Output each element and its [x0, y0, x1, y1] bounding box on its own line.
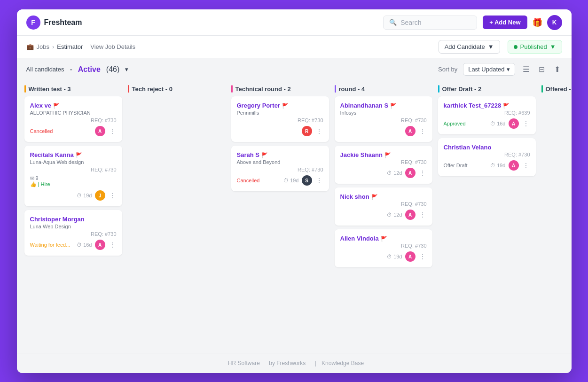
card[interactable]: Alex ve🚩ALLOPATHIC PHYSICIANREQ: #730Can…	[24, 96, 122, 142]
avatar[interactable]: K	[547, 15, 562, 30]
card-more-button[interactable]: ⋮	[522, 162, 530, 169]
card-meta: A⋮	[95, 126, 117, 136]
card[interactable]: Recitals Kanna🚩Luna-Aqua Web designREQ: …	[24, 146, 122, 206]
card-more-button[interactable]: ⋮	[522, 120, 530, 127]
card-name[interactable]: Nick shon	[340, 193, 369, 200]
card-avatar: A	[95, 126, 105, 136]
card[interactable]: Christoper MorganLuna Web DesignREQ: #73…	[24, 210, 122, 256]
card[interactable]: Jackie Shaann🚩REQ: #730⏱ 12dA⋮	[335, 146, 432, 184]
card[interactable]: Christian VelanoREQ: #730Offer Draft⏱ 19…	[438, 138, 536, 176]
card-more-button[interactable]: ⋮	[418, 211, 427, 218]
card-name-row: Christoper Morgan	[30, 216, 117, 224]
card-company: Infosys	[340, 110, 427, 116]
card-status: Waiting for feed...	[30, 242, 71, 248]
cards-list: Gregory Porter🚩PennmillsREQ: #730R⋮Sarah…	[231, 96, 329, 191]
gift-icon-button[interactable]: 🎁	[527, 15, 547, 31]
add-candidate-label: Add Candidate	[445, 43, 485, 50]
card[interactable]: Gregory Porter🚩PennmillsREQ: #730R⋮	[231, 96, 329, 142]
card-more-button[interactable]: ⋮	[108, 241, 117, 249]
logo-icon: F	[26, 16, 40, 30]
card-more-button[interactable]: ⋮	[315, 127, 323, 135]
column-header-offered: Offered - 0	[541, 80, 572, 96]
card-more-button[interactable]: ⋮	[418, 253, 427, 260]
card-name-row: Jackie Shaann🚩	[340, 151, 427, 159]
card-more-button[interactable]: ⋮	[418, 127, 427, 135]
card-name[interactable]: Allen Vindola	[340, 235, 379, 242]
card-more-button[interactable]: ⋮	[108, 127, 117, 135]
filter-button[interactable]: ⊟	[537, 63, 547, 76]
card-req: REQ: #730	[237, 167, 323, 172]
filter-dash: -	[70, 65, 72, 74]
cards-list: Alex ve🚩ALLOPATHIC PHYSICIANREQ: #730Can…	[24, 96, 122, 256]
card-time: ⏱ 16d	[490, 121, 505, 126]
card[interactable]: Sarah S🚩Above and BeyondREQ: #730Cancell…	[231, 146, 329, 191]
filter-dropdown-icon[interactable]: ▾	[125, 66, 128, 73]
sort-button[interactable]: Last Updated ▾	[463, 63, 515, 76]
flag-icon: 🚩	[282, 103, 289, 109]
card-time: ⏱ 12d	[387, 170, 402, 176]
flag-icon: 🚩	[381, 236, 387, 242]
published-dropdown-icon: ▼	[550, 43, 556, 50]
card-more-button[interactable]: ⋮	[315, 177, 323, 184]
card[interactable]: Abinandhanan S🚩InfosysREQ: #730A⋮	[335, 96, 432, 142]
card-req: REQ: #730	[340, 117, 427, 123]
card-name[interactable]: karthick Test_67228	[444, 102, 502, 109]
hire-tag: 👍 | Hire	[30, 181, 117, 187]
flag-icon: 🚩	[371, 194, 378, 200]
export-button[interactable]: ⬆	[552, 63, 562, 76]
card-name[interactable]: Recitals Kanna	[30, 151, 74, 158]
flag-icon: 🚩	[390, 103, 397, 109]
card-avatar: J	[95, 190, 105, 201]
card-avatar: A	[405, 126, 416, 136]
card-name[interactable]: Abinandhanan S	[340, 102, 389, 109]
card-footer: ⏱ 19dA⋮	[340, 251, 427, 262]
footer-knowledge-base[interactable]: Knowledge Base	[321, 360, 364, 366]
card-footer: Cancelled⏱ 19dS⋮	[237, 175, 323, 186]
card[interactable]: Nick shon🚩REQ: #730⏱ 12dA⋮	[335, 187, 432, 226]
list-view-button[interactable]: ☰	[521, 63, 531, 76]
card-meta: ⏱ 19dS⋮	[283, 175, 323, 186]
card-more-button[interactable]: ⋮	[418, 169, 427, 177]
card-time: ⏱ 19d	[490, 163, 505, 168]
card-meta: ⏱ 19dA⋮	[387, 251, 426, 262]
search-bar[interactable]: 🔍 Search	[383, 16, 477, 30]
card-footer: ⏱ 12dA⋮	[340, 168, 427, 178]
add-new-button[interactable]: + Add New	[483, 16, 527, 29]
card-time: ⏱ 19d	[387, 254, 402, 259]
card-footer: Offer Draft⏱ 19dA⋮	[444, 160, 530, 171]
column-color-bar	[541, 85, 543, 93]
breadcrumb-jobs[interactable]: Jobs	[37, 43, 49, 50]
card-time: ⏱ 19d	[283, 178, 298, 183]
column-color-bar	[335, 85, 336, 93]
card-time: ⏱ 16d	[77, 242, 92, 248]
card-req: REQ: #730	[444, 152, 530, 157]
card-name[interactable]: Jackie Shaann	[340, 151, 383, 158]
published-button[interactable]: Published ▼	[508, 40, 562, 54]
card-name[interactable]: Christian Velano	[444, 144, 492, 151]
cards-list: Abinandhanan S🚩InfosysREQ: #730A⋮Jackie …	[335, 96, 432, 267]
view-job-button[interactable]: View Job Details	[86, 41, 139, 52]
card[interactable]: karthick Test_67228🚩REQ: #639Approved⏱ 1…	[438, 96, 536, 134]
card-name[interactable]: Gregory Porter	[237, 102, 280, 109]
flag-icon: 🚩	[384, 152, 391, 158]
card-name[interactable]: Christoper Morgan	[30, 216, 85, 223]
card[interactable]: Allen Vindola🚩REQ: #730⏱ 19dA⋮	[335, 229, 432, 267]
card-req: REQ: #730	[237, 117, 323, 123]
card-name[interactable]: Alex ve	[30, 102, 52, 109]
card-meta: ⏱ 12dA⋮	[387, 168, 426, 178]
card-more-button[interactable]: ⋮	[108, 192, 117, 199]
card-status: Cancelled	[237, 178, 260, 183]
add-candidate-button[interactable]: Add Candidate ▼	[439, 40, 500, 54]
breadcrumb-separator: ›	[52, 43, 54, 50]
column-title: Technical round - 2	[235, 86, 291, 93]
card-meta: ⏱ 12dA⋮	[387, 210, 426, 220]
card-name-row: Recitals Kanna🚩	[30, 151, 117, 159]
sort-dropdown-icon: ▾	[507, 66, 510, 73]
card-company: ALLOPATHIC PHYSICIAN	[30, 110, 117, 116]
card-name-row: Gregory Porter🚩	[237, 102, 323, 110]
card-time: ⏱ 19d	[77, 193, 92, 198]
card-name[interactable]: Sarah S	[237, 151, 259, 158]
column-technical-round: Technical round - 2Gregory Porter🚩Pennmi…	[231, 80, 329, 343]
card-meta: ⏱ 16dA⋮	[77, 240, 116, 250]
card-avatar: A	[509, 160, 519, 171]
